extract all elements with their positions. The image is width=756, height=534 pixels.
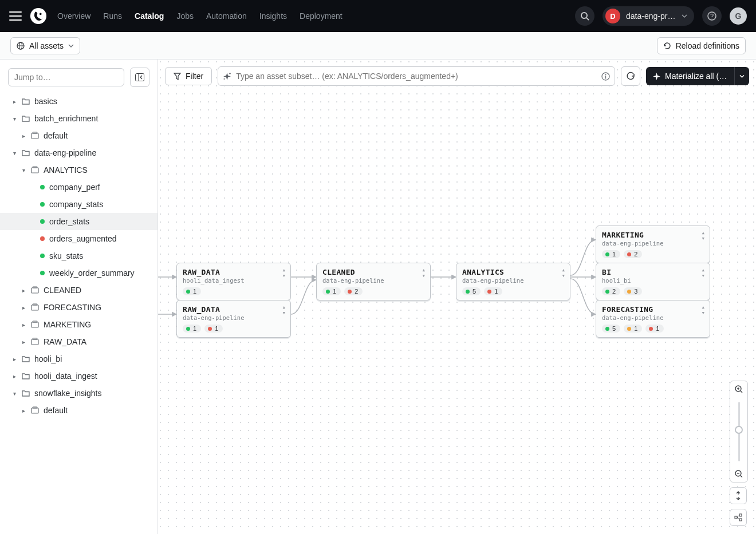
status-badge: 5 <box>602 325 620 333</box>
tree-item-order-stats[interactable]: order_stats <box>0 213 158 230</box>
caret-right-icon: ▸ <box>11 356 17 362</box>
nav-link-insights[interactable]: Insights <box>259 11 287 21</box>
filter-button[interactable]: Filter <box>165 67 212 85</box>
user-avatar[interactable]: G <box>730 7 747 25</box>
tree-item-marketing[interactable]: ▸MARKETING <box>0 316 158 333</box>
tree-item-hooli-bi[interactable]: ▸hooli_bi <box>0 350 158 367</box>
tree-item-orders-augmented[interactable]: orders_augmented <box>0 230 158 247</box>
materialize-all-button[interactable]: Materialize all (30)… <box>646 67 734 85</box>
node-expand-button[interactable]: ▴▾ <box>422 267 426 279</box>
workspace-selector[interactable]: D data-eng-prod <box>603 6 694 26</box>
graph-edge <box>291 280 316 314</box>
caret-down-icon: ▾ <box>11 390 17 397</box>
tree-item-raw-data[interactable]: ▸RAW_DATA <box>0 333 158 350</box>
tree-item-forecasting[interactable]: ▸FORECASTING <box>0 299 158 316</box>
nav-link-automation[interactable]: Automation <box>206 11 247 21</box>
nav-link-runs[interactable]: Runs <box>103 11 122 21</box>
node-expand-button[interactable]: ▴▾ <box>282 304 286 316</box>
nav-links: OverviewRunsCatalogJobsAutomationInsight… <box>57 11 342 21</box>
graph-area[interactable]: Filter Materialize all (30)… <box>158 60 756 534</box>
svg-rect-16 <box>33 287 37 288</box>
jump-to-input[interactable] <box>8 68 124 86</box>
status-dot-icon <box>40 271 45 275</box>
tree-item-label: basics <box>34 97 57 106</box>
nav-link-jobs[interactable]: Jobs <box>176 11 194 21</box>
node-badges: 1 <box>183 287 285 295</box>
zoom-in-button[interactable] <box>730 381 747 397</box>
nav-link-catalog[interactable]: Catalog <box>135 11 164 21</box>
svg-rect-20 <box>33 321 37 322</box>
node-title: FORECASTING <box>602 305 704 314</box>
collapse-sidebar-button[interactable] <box>130 68 149 87</box>
refresh-graph-button[interactable] <box>621 66 640 86</box>
graph-node-raw1[interactable]: RAW_DATAhooli_data_ingest1▴▾ <box>176 263 291 300</box>
svg-rect-9 <box>136 74 144 81</box>
graph-node-marketing[interactable]: MARKETINGdata-eng-pipeline12▴▾ <box>596 226 710 263</box>
tree-item-company-stats[interactable]: company_stats <box>0 196 158 213</box>
folder-icon <box>22 389 30 397</box>
reload-definitions-button[interactable]: Reload definitions <box>657 37 746 54</box>
tree-item-snowflake-insights[interactable]: ▾snowflake_insights <box>0 385 158 402</box>
tree-item-label: snowflake_insights <box>34 389 102 398</box>
node-expand-button[interactable]: ▴▾ <box>701 230 705 242</box>
node-expand-button[interactable]: ▴▾ <box>561 267 565 279</box>
tree-item-label: hooli_data_ingest <box>34 371 97 381</box>
zoom-controls <box>730 381 748 526</box>
tree-item-weekly-order-summary[interactable]: weekly_order_summary <box>0 264 158 282</box>
search-button[interactable] <box>575 6 594 26</box>
content: ▸basics▾batch_enrichment▸default▾data-en… <box>0 60 756 534</box>
tree-item-analytics[interactable]: ▾ANALYTICS <box>0 161 158 179</box>
nav-link-overview[interactable]: Overview <box>57 11 90 21</box>
svg-rect-29 <box>605 76 606 78</box>
help-button[interactable]: ? <box>702 6 722 26</box>
fit-vertical-button[interactable] <box>730 487 747 504</box>
zoom-slider[interactable] <box>730 397 747 466</box>
svg-rect-24 <box>33 407 37 408</box>
tree-item-hooli-data-ingest[interactable]: ▸hooli_data_ingest <box>0 367 158 385</box>
zoom-out-button[interactable] <box>730 466 747 482</box>
status-badge: 2 <box>602 287 620 295</box>
status-badge: 1 <box>183 325 201 333</box>
tree-item-cleaned[interactable]: ▸CLEANED <box>0 282 158 299</box>
subset-input[interactable] <box>236 72 597 81</box>
node-subtitle: data-eng-pipeline <box>602 314 704 321</box>
assets-scope-button[interactable]: All assets <box>10 37 80 54</box>
svg-point-26 <box>224 78 225 80</box>
node-expand-button[interactable]: ▴▾ <box>701 267 705 279</box>
tree-item-data-eng-pipeline[interactable]: ▾data-eng-pipeline <box>0 144 158 161</box>
node-expand-button[interactable]: ▴▾ <box>282 267 286 279</box>
nav-link-deployment[interactable]: Deployment <box>300 11 342 21</box>
materialize-menu-button[interactable] <box>734 67 749 85</box>
svg-rect-12 <box>33 132 37 133</box>
graph-edge <box>570 279 596 314</box>
graph-node-forecasting[interactable]: FORECASTINGdata-eng-pipeline511▴▾ <box>596 300 710 338</box>
tree-item-default[interactable]: ▸default <box>0 127 158 144</box>
graph-canvas[interactable]: RAW_DATAhooli_data_ingest1▴▾RAW_DATAdata… <box>158 91 756 534</box>
menu-button[interactable] <box>9 11 22 21</box>
graph-node-bi[interactable]: BIhooli_bi23▴▾ <box>596 263 710 300</box>
tree-item-batch-enrichment[interactable]: ▾batch_enrichment <box>0 110 158 127</box>
svg-line-31 <box>741 391 742 393</box>
layout-button[interactable] <box>730 509 747 526</box>
graph-node-cleaned[interactable]: CLEANEDdata-eng-pipeline12▴▾ <box>316 263 431 300</box>
group-icon <box>31 132 39 140</box>
tree-item-default[interactable]: ▸default <box>0 402 158 419</box>
node-expand-button[interactable]: ▴▾ <box>701 304 705 316</box>
zoom-slider-thumb[interactable] <box>735 426 743 434</box>
group-icon <box>31 338 39 346</box>
info-icon[interactable] <box>601 72 610 81</box>
tree-item-company-perf[interactable]: company_perf <box>0 179 158 196</box>
tree-item-basics[interactable]: ▸basics <box>0 93 158 110</box>
svg-rect-23 <box>32 408 38 413</box>
node-badges: 12 <box>602 250 704 258</box>
caret-down-icon: ▾ <box>11 150 17 156</box>
tree-item-sku-stats[interactable]: sku_stats <box>0 247 158 264</box>
graph-node-analytics[interactable]: ANALYTICSdata-eng-pipeline51▴▾ <box>456 263 570 300</box>
node-title: ANALYTICS <box>462 268 564 276</box>
graph-node-raw2[interactable]: RAW_DATAdata-eng-pipeline11▴▾ <box>176 300 291 338</box>
filter-label: Filter <box>186 72 203 81</box>
node-badges: 23 <box>602 287 704 295</box>
status-badge: 1 <box>602 250 620 258</box>
svg-rect-17 <box>32 305 38 310</box>
node-subtitle: data-eng-pipeline <box>183 314 285 321</box>
